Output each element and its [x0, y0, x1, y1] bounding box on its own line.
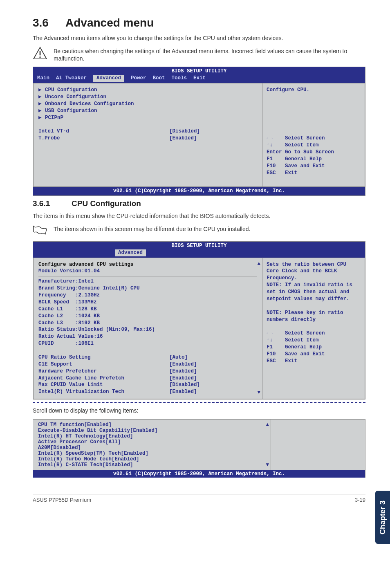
nav-legend: ←→ Select Screen ↑↓ Select Item F1 Gener…	[267, 330, 361, 364]
scroll-up-icon[interactable]: ▲	[257, 260, 260, 267]
setting-key: Hardware Prefetcher	[38, 368, 169, 375]
footer-right: 3-19	[355, 497, 365, 503]
dashed-separator	[33, 402, 365, 403]
setting-value: [Enabled]	[169, 368, 197, 375]
menu-item[interactable]: ▶PCIPnP	[38, 114, 257, 121]
setting-value: [Enabled]	[105, 433, 133, 439]
cpu-info-line: Ratio Status:Unlocked (Min:09, Max:16)	[38, 326, 257, 333]
bios-help-pane-empty	[271, 420, 365, 470]
tab-exit[interactable]: Exit	[193, 75, 206, 82]
menu-label: Uncore Configuration	[45, 94, 106, 101]
tab-main[interactable]: Main	[37, 75, 49, 82]
menu-item[interactable]: ▶Uncore Configuration	[38, 94, 257, 101]
bios-tabs: Main Ai Tweaker Advanced Power Boot Tool…	[33, 75, 365, 83]
help-text: Sets the ratio between CPU Core Clock an…	[267, 261, 361, 323]
menu-label: Onboard Devices Configuration	[45, 101, 134, 108]
footer-left: ASUS P7P55D Premium	[33, 497, 91, 503]
menu-item[interactable]: ▶Onboard Devices Configuration	[38, 101, 257, 108]
setting-value: [All]	[105, 439, 121, 445]
setting-key: T.Probe	[38, 135, 169, 142]
menu-label: USB Configuration	[45, 108, 97, 114]
tab-advanced[interactable]: Advanced	[115, 249, 146, 256]
setting-key: Intel(R) C-STATE Tech	[38, 462, 103, 468]
nav-legend: ←→ Select Screen ↑↓ Select Item Enter Go…	[267, 135, 361, 176]
page-footer: ASUS P7P55D Premium 3-19	[33, 494, 365, 503]
setting-value: [Enabled]	[169, 361, 197, 368]
tab-ai-tweaker[interactable]: Ai Tweaker	[56, 75, 87, 82]
intro-text: The Advanced menu items allow you to cha…	[33, 34, 365, 43]
warning-icon	[33, 47, 47, 61]
setting-row[interactable]: T.Probe[Enabled]	[38, 135, 257, 142]
help-title: Configure CPU.	[267, 87, 361, 94]
scroll-down-icon[interactable]: ▼	[257, 389, 260, 396]
setting-row[interactable]: Hardware Prefetcher[Enabled]	[38, 368, 257, 375]
setting-value: [Disabled]	[50, 445, 81, 451]
setting-value: [Enabled]	[112, 456, 139, 462]
setting-key: Intel(R) HT Technology	[38, 433, 105, 439]
menu-label: CPU Configuration	[45, 87, 97, 94]
cpu-info-line: BCLK Speed :133MHz	[38, 299, 257, 306]
setting-key: CPU Ratio Setting	[38, 354, 169, 361]
setting-key: Active Processor Cores	[38, 439, 105, 445]
setting-row[interactable]: Active Processor Cores[All]	[38, 439, 266, 445]
setting-row[interactable]: Max CPUID Value Limit[Disabled]	[38, 382, 257, 388]
setting-key: Intel(R) SpeedStep(TM) Tech	[38, 451, 121, 456]
setting-row[interactable]: CPU TM function[Enabled]	[38, 422, 266, 428]
cpu-info-line: CPUID :106E1	[38, 340, 257, 347]
setting-row[interactable]: Execute-Disable Bit Capability[Enabled]	[38, 428, 266, 433]
bios-tabs-single: Advanced	[33, 249, 365, 258]
setting-row[interactable]: C1E Support[Enabled]	[38, 361, 257, 368]
svg-point-2	[39, 56, 41, 58]
bios-left-pane: CPU TM function[Enabled] Execute-Disable…	[33, 420, 271, 470]
setting-key: CPU TM function	[38, 422, 84, 428]
cpu-info-line: Cache L2 :1024 KB	[38, 313, 257, 320]
setting-value: [Enabled]	[169, 135, 197, 142]
cpu-info-line: Cache L3 :8192 KB	[38, 320, 257, 327]
subsection-heading: 3.6.1CPU Configuration	[33, 199, 365, 208]
tab-tools[interactable]: Tools	[172, 75, 187, 82]
cpu-info-line: Brand String:Genuine Intel(R) CPU	[38, 285, 257, 292]
tab-boot[interactable]: Boot	[153, 75, 165, 82]
setting-row[interactable]: Adjacent Cache Line Prefetch[Enabled]	[38, 375, 257, 382]
bios-help-pane: Configure CPU. ←→ Select Screen ↑↓ Selec…	[262, 83, 365, 187]
setting-value: [Disabled]	[103, 462, 133, 468]
warning-note: Be cautious when changing the settings o…	[33, 47, 365, 63]
scroll-caption: Scroll down to display the following ite…	[33, 407, 365, 415]
setting-row[interactable]: Intel(R) HT Technology[Enabled]	[38, 433, 266, 439]
bios-screen-advanced-menu: BIOS SETUP UTILITY Main Ai Tweaker Advan…	[33, 67, 365, 196]
bios-title: BIOS SETUP UTILITY	[33, 242, 365, 249]
setting-row[interactable]: Intel(R) Virtualization Tech[Enabled]	[38, 388, 257, 395]
bios-copyright: v02.61 (C)Copyright 1985-2009, American …	[33, 187, 365, 195]
setting-key: Max CPUID Value Limit	[38, 382, 169, 388]
bios-title: BIOS SETUP UTILITY	[33, 67, 365, 75]
scroll-down-icon[interactable]: ▼	[266, 462, 269, 468]
submenu-arrow-icon: ▶	[38, 94, 43, 101]
setting-row[interactable]: Intel(R) SpeedStep(TM) Tech[Enabled]	[38, 451, 266, 456]
bios-screen-cpu-config: BIOS SETUP UTILITY Advanced Configure ad…	[33, 241, 365, 399]
tab-advanced[interactable]: Advanced	[93, 75, 124, 82]
scroll-up-icon[interactable]: ▲	[266, 422, 269, 428]
cpu-info-line: Ratio Actual Value:16	[38, 333, 257, 340]
chapter-tab: Chapter 3	[375, 491, 390, 511]
bios-left-pane: ▶CPU Configuration ▶Uncore Configuration…	[33, 83, 262, 187]
tab-power[interactable]: Power	[131, 75, 146, 82]
warning-text: Be cautious when changing the settings o…	[54, 47, 365, 63]
setting-row[interactable]: Intel(R) Turbo Mode tech[Enabled]	[38, 456, 266, 462]
section-title: Advanced menu	[65, 16, 154, 29]
bios-left-pane: Configure advanced CPU settings Module V…	[33, 258, 262, 399]
info-note: The items shown in this screen may be di…	[33, 224, 365, 237]
setting-row[interactable]: Intel(R) C-STATE Tech[Disabled]	[38, 462, 266, 468]
setting-row[interactable]: A20M[Disabled]	[38, 445, 266, 451]
setting-value: [Disabled]	[169, 382, 200, 388]
panel-header: Configure advanced CPU settings	[38, 261, 257, 268]
setting-row[interactable]: CPU Ratio Setting[Auto]	[38, 354, 257, 361]
setting-row[interactable]: Intel VT-d[Disabled]	[38, 128, 257, 135]
bios-copyright: v02.61 (C)Copyright 1985-2009, American …	[33, 470, 365, 478]
menu-item[interactable]: ▶CPU Configuration	[38, 87, 257, 94]
menu-item[interactable]: ▶USB Configuration	[38, 108, 257, 114]
cpu-info-line: Cache L1 :128 KB	[38, 306, 257, 313]
setting-value: [Enabled]	[121, 451, 149, 456]
setting-key: Intel VT-d	[38, 128, 169, 135]
setting-key: Adjacent Cache Line Prefetch	[38, 375, 169, 382]
subsection-number: 3.6.1	[33, 199, 72, 208]
